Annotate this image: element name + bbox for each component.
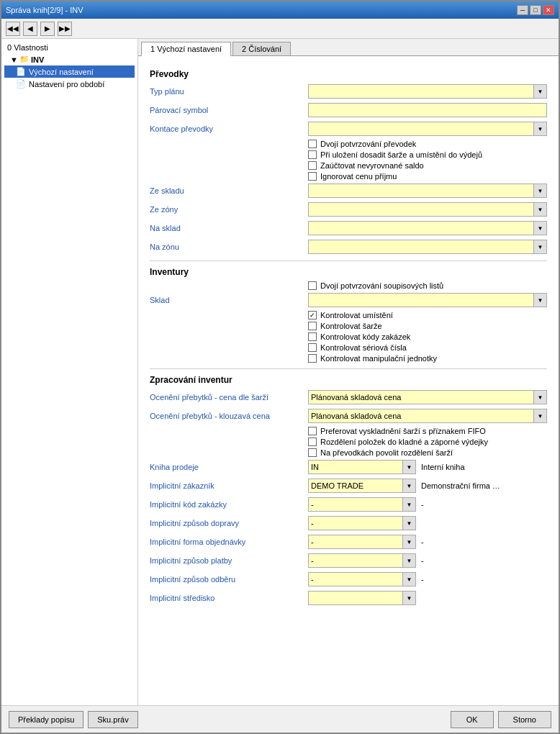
sidebar-root-inv[interactable]: ▼ 📁 INV [4, 53, 135, 65]
divider-1 [150, 260, 547, 261]
dropdown-btn-typ-planu[interactable]: ▼ [534, 84, 547, 99]
cb-dvoji-potvrzovani[interactable] [308, 140, 317, 148]
row-implicitni-forma: Implicitní forma objednávky ▼ - [150, 534, 547, 550]
control-implicitni-stredisko: ▼ [308, 591, 547, 605]
cb-dvoji-soupis[interactable] [308, 281, 317, 290]
dropdown-btn-oceneni1[interactable]: ▼ [534, 390, 547, 404]
item-icon-2: 📄 [16, 79, 26, 89]
control-implicitni-forma: ▼ - [308, 535, 547, 549]
dropdown-btn-na-sklad[interactable]: ▼ [534, 221, 547, 235]
sidebar: 0 Vlastnosti ▼ 📁 INV 📄 Výchozí nastavení… [1, 39, 138, 705]
section-inventury: Inventury [150, 267, 547, 277]
maximize-button[interactable]: □ [530, 5, 541, 15]
sidebar-item-nastaveni[interactable]: 📄 Nastavení pro období [4, 78, 135, 90]
input-implicitni-kod[interactable] [308, 497, 403, 512]
sidebar-item-label-1: Výchozí nastavení [29, 68, 94, 76]
cb-pri-ulozeni[interactable] [308, 150, 317, 159]
cb-kontrolovat-manipulacni[interactable] [308, 354, 317, 363]
toolbar: ◀◀ ◀ ▶ ▶▶ [1, 19, 559, 39]
input-implicitni-forma[interactable] [308, 535, 403, 549]
label-implicitni-kod: Implicitní kód zakázky [150, 500, 308, 509]
input-typ-planu[interactable] [308, 84, 534, 99]
cb-preferovat[interactable] [308, 427, 317, 435]
row-cb-zauctovat: Zaúčtovat nevyrovnané saldo [150, 161, 547, 170]
label-implicitni-doprava: Implicitní způsob dopravy [150, 519, 308, 527]
row-implicitni-odber: Implicitní způsob odběru ▼ - [150, 571, 547, 587]
close-button[interactable]: ✕ [543, 5, 554, 15]
dropdown-btn-implicitni-zakaznik[interactable]: ▼ [403, 479, 416, 493]
dropdown-btn-implicitni-kod[interactable]: ▼ [403, 497, 416, 512]
label-cb-pri-ulozeni: Při uložení dosadit šarže a umístění do … [320, 150, 482, 159]
sku-prav-button[interactable]: Sku.práv [88, 711, 137, 728]
input-na-sklad[interactable] [308, 221, 534, 235]
divider-2 [150, 368, 547, 369]
sidebar-header[interactable]: 0 Vlastnosti [4, 42, 135, 53]
storno-button[interactable]: Storno [498, 711, 551, 728]
dropdown-btn-na-zonu[interactable]: ▼ [534, 240, 547, 254]
cb-ignorovat[interactable] [308, 172, 317, 181]
input-ze-skladu[interactable] [308, 184, 534, 198]
label-implicitni-odber: Implicitní způsob odběru [150, 575, 308, 584]
input-implicitni-odber[interactable] [308, 572, 403, 586]
cb-kontrolovat-umisteni[interactable]: ✓ [308, 311, 317, 320]
input-implicitni-platba[interactable] [308, 553, 403, 568]
label-sklad: Sklad [150, 296, 308, 304]
cb-kontrolovat-kody[interactable] [308, 332, 317, 341]
row-cb-na-prevodkach: Na převodkách povolit rozdělení šarží [150, 448, 547, 457]
cb-na-prevodkach[interactable] [308, 448, 317, 457]
dropdown-btn-implicitni-stredisko[interactable]: ▼ [403, 591, 416, 605]
cb-kontrolovat-seriova[interactable] [308, 343, 317, 352]
input-kontace-prevodky[interactable] [308, 122, 534, 136]
dropdown-btn-implicitni-doprava[interactable]: ▼ [403, 516, 416, 530]
control-oceneni1: ▼ [308, 390, 547, 404]
control-ze-zony: ▼ [308, 202, 547, 217]
last-button[interactable]: ▶▶ [58, 22, 72, 36]
minimize-button[interactable]: ─ [517, 5, 528, 15]
prev-button[interactable]: ◀ [23, 22, 37, 36]
dropdown-btn-implicitni-platba[interactable]: ▼ [403, 553, 416, 568]
input-sklad[interactable] [308, 293, 534, 307]
row-ze-zony: Ze zóny ▼ [150, 201, 547, 217]
row-cb-pri-ulozeni: Při uložení dosadit šarže a umístění do … [150, 150, 547, 159]
dropdown-btn-kniha-prodeje[interactable]: ▼ [403, 460, 416, 474]
input-oceneni1[interactable] [308, 390, 534, 404]
row-cb-kontrolovat-sarze: Kontrolovat šarže [150, 322, 547, 330]
dropdown-btn-sklad[interactable]: ▼ [534, 293, 547, 307]
label-cb-zauctovat: Zaúčtovat nevyrovnané saldo [320, 161, 424, 170]
cb-zauctovat[interactable] [308, 161, 317, 170]
dropdown-btn-oceneni2[interactable]: ▼ [534, 409, 547, 423]
tab-vychozi-nastaveni[interactable]: 1 Výchozí nastavení [141, 42, 231, 56]
first-button[interactable]: ◀◀ [6, 22, 20, 36]
sidebar-item-vychozi[interactable]: 📄 Výchozí nastavení [4, 65, 135, 78]
input-parovaci-symbol[interactable] [308, 103, 547, 117]
dropdown-btn-kontace-prevodky[interactable]: ▼ [534, 122, 547, 136]
dropdown-btn-ze-skladu[interactable]: ▼ [534, 184, 547, 198]
preklady-popisu-button[interactable]: Překlady popisu [9, 711, 83, 728]
input-implicitni-stredisko[interactable] [308, 591, 403, 605]
row-cb-ignorovat: Ignorovat cenu příjmu [150, 172, 547, 181]
label-oceneni2: Ocenění přebytků - klouzavá cena [150, 412, 308, 420]
text-implicitni-odber-desc: - [419, 574, 426, 584]
dropdown-btn-implicitni-odber[interactable]: ▼ [403, 572, 416, 586]
bottom-right-buttons: OK Storno [451, 711, 551, 728]
input-implicitni-zakaznik[interactable] [308, 479, 403, 493]
input-na-zonu[interactable] [308, 240, 534, 254]
form-area: Převodky Typ plánu ▼ Párovací symbol [138, 56, 559, 705]
cb-rozdeleni[interactable] [308, 438, 317, 446]
next-button[interactable]: ▶ [40, 22, 55, 36]
tab-cislovani[interactable]: 2 Číslování [232, 42, 291, 55]
input-kniha-prodeje[interactable] [308, 460, 403, 474]
label-cb-na-prevodkach: Na převodkách povolit rozdělení šarží [320, 448, 453, 457]
input-ze-zony[interactable] [308, 202, 534, 217]
input-oceneni2[interactable] [308, 409, 534, 423]
title-controls: ─ □ ✕ [517, 5, 554, 15]
row-typ-planu: Typ plánu ▼ [150, 83, 547, 99]
label-kniha-prodeje: Kniha prodeje [150, 463, 308, 471]
dropdown-btn-implicitni-forma[interactable]: ▼ [403, 535, 416, 549]
row-kniha-prodeje: Kniha prodeje ▼ Interní kniha [150, 459, 547, 475]
tabs: 1 Výchozí nastavení 2 Číslování [138, 39, 559, 56]
input-implicitni-doprava[interactable] [308, 516, 403, 530]
ok-button[interactable]: OK [451, 711, 494, 728]
cb-kontrolovat-sarze[interactable] [308, 322, 317, 330]
dropdown-btn-ze-zony[interactable]: ▼ [534, 202, 547, 217]
